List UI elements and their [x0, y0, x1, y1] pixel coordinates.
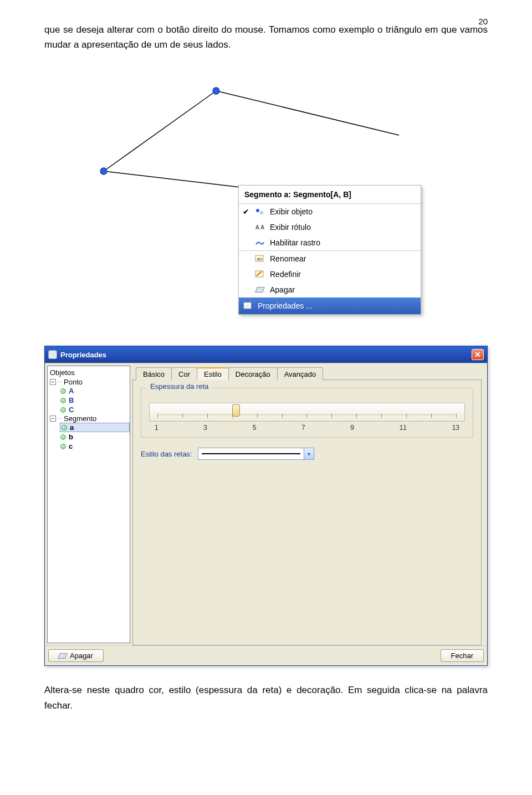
svg-point-12: [61, 388, 66, 393]
menu-item-label: Redefinir: [270, 270, 301, 279]
tree-item-label: B: [69, 396, 74, 404]
dialog-title: Propriedades: [60, 351, 106, 359]
delete-button[interactable]: Apagar: [48, 649, 104, 662]
svg-point-4: [213, 88, 219, 94]
menu-item-label: Apagar: [270, 285, 295, 294]
object-tree: Objetos − ⋯ Ponto A B: [47, 366, 130, 643]
tree-group-ponto[interactable]: − ⋯ Ponto: [50, 378, 130, 386]
menu-item-propriedades[interactable]: Propriedades ...: [239, 298, 421, 314]
point-icon: [60, 407, 66, 413]
svg-point-19: [63, 426, 64, 428]
trace-icon: [254, 238, 265, 248]
svg-point-14: [61, 398, 66, 403]
rename-icon: ab: [254, 254, 265, 264]
svg-point-20: [61, 434, 66, 439]
menu-item-apagar[interactable]: Apagar: [239, 282, 421, 298]
svg-point-21: [62, 435, 63, 437]
label-aa-icon: A A: [254, 222, 265, 232]
line-style-combo[interactable]: ▾: [198, 448, 314, 460]
page-number: 20: [478, 17, 488, 26]
checkmark-icon: ✔: [242, 207, 250, 216]
thickness-slider[interactable]: [149, 403, 465, 422]
tab-estilo[interactable]: Estilo: [197, 367, 229, 380]
svg-line-0: [104, 91, 216, 171]
eraser-icon: [254, 285, 265, 295]
tree-item-label: C: [69, 406, 74, 414]
triangle-figure: Segmento a: Segmento[A, B] ✔ Exibir obje…: [44, 63, 488, 329]
svg-point-23: [62, 445, 63, 447]
segment-icon: [60, 443, 66, 450]
svg-line-1: [216, 91, 399, 135]
tree-group-label: Ponto: [64, 378, 83, 386]
tab-avancado[interactable]: Avançado: [277, 367, 324, 380]
collapse-icon[interactable]: −: [50, 416, 56, 422]
paragraph-bottom: Altera-se neste quadro cor, estilo (espe…: [44, 683, 488, 712]
collapse-icon[interactable]: −: [50, 379, 56, 385]
menu-item-label: Renomear: [270, 254, 306, 263]
menu-item-renomear[interactable]: ab Renomear: [239, 251, 421, 266]
fieldset-legend: Espessura da reta: [147, 382, 212, 391]
button-label: Fechar: [451, 652, 473, 660]
menu-item-label: Propriedades ...: [258, 301, 313, 310]
tree-group-label: Segmento: [64, 414, 96, 423]
line-style-label: Estilo das retas:: [141, 450, 192, 458]
tree-header: Objetos: [50, 368, 130, 377]
button-label: Apagar: [70, 652, 93, 660]
thickness-fieldset: Espessura da reta 1 3 5 7: [141, 388, 473, 438]
tree-item-label: a: [70, 423, 74, 432]
chevron-down-icon[interactable]: ▾: [304, 448, 314, 459]
menu-item-redefinir[interactable]: Redefinir: [239, 266, 421, 282]
menu-item-exibir-rotulo[interactable]: A A Exibir rótulo: [239, 219, 421, 235]
line-style-row: Estilo das retas: ▾: [141, 448, 473, 460]
point-icon: [60, 397, 66, 404]
svg-point-18: [62, 425, 67, 430]
tree-group-segmento[interactable]: − ⋯ Segmento: [50, 414, 130, 423]
context-menu-group-1: ✔ Exibir objeto A A Exibir rótulo: [239, 204, 421, 250]
eraser-icon: [58, 653, 68, 659]
redefine-icon: [254, 269, 265, 279]
svg-text:b: b: [260, 257, 263, 261]
svg-point-13: [62, 389, 63, 391]
segment-icon: [61, 424, 68, 431]
segment-icon: [60, 434, 66, 440]
tree-item-label: b: [69, 433, 73, 441]
menu-item-exibir-objeto[interactable]: ✔ Exibir objeto: [239, 204, 421, 219]
tree-item-c[interactable]: c: [60, 442, 130, 451]
point-icon: [60, 388, 66, 394]
show-object-icon: [254, 207, 265, 217]
tab-basico[interactable]: Básico: [136, 367, 172, 380]
properties-dialog: Propriedades ✕ Objetos − ⋯ Ponto A: [44, 346, 488, 666]
svg-point-22: [61, 444, 66, 449]
properties-icon: [242, 301, 253, 311]
dialog-titlebar: Propriedades ✕: [45, 346, 487, 363]
paragraph-top: que se deseja alterar com o botão direit…: [44, 22, 488, 52]
context-menu: Segmento a: Segmento[A, B] ✔ Exibir obje…: [238, 185, 421, 315]
close-button[interactable]: Fechar: [441, 649, 484, 662]
tree-item-a[interactable]: a: [60, 423, 130, 432]
svg-point-16: [61, 407, 66, 412]
line-preview: [202, 453, 300, 454]
tree-item-label: c: [69, 442, 73, 450]
svg-point-6: [260, 211, 263, 214]
tree-item-C[interactable]: C: [60, 405, 130, 414]
svg-point-5: [256, 209, 259, 212]
tab-decoracao[interactable]: Decoração: [228, 367, 278, 380]
dialog-footer: Apagar Fechar: [45, 645, 487, 665]
svg-point-17: [62, 408, 63, 410]
app-icon: [48, 350, 57, 359]
menu-item-label: Exibir objeto: [270, 207, 313, 216]
close-icon[interactable]: ✕: [472, 349, 484, 360]
context-menu-title: Segmento a: Segmento[A, B]: [239, 186, 421, 204]
menu-item-habilitar-rastro[interactable]: Habilitar rastro: [239, 235, 421, 250]
svg-point-3: [100, 168, 107, 175]
tab-content-estilo: Espessura da reta 1 3 5 7: [132, 379, 482, 645]
svg-point-15: [62, 399, 63, 401]
tree-item-b[interactable]: b: [60, 432, 130, 442]
slider-thumb[interactable]: [232, 404, 240, 417]
menu-item-label: Exibir rótulo: [270, 223, 311, 232]
tab-cor[interactable]: Cor: [171, 367, 197, 380]
menu-item-label: Habilitar rastro: [270, 238, 320, 247]
tabs: Básico Cor Estilo Decoração Avançado: [132, 367, 484, 379]
tree-item-B[interactable]: B: [60, 396, 130, 405]
tree-item-A[interactable]: A: [60, 386, 130, 396]
